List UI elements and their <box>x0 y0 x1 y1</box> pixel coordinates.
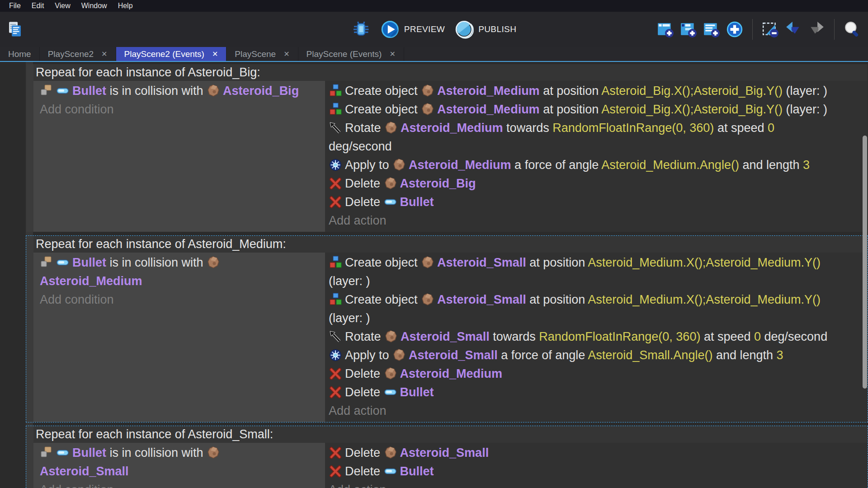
add-circle-button[interactable] <box>726 21 743 38</box>
tab-close-icon[interactable]: ✕ <box>389 51 395 58</box>
tab-playscene2[interactable]: PlayScene2✕ <box>40 47 116 61</box>
event-header[interactable]: Repeat for each instance of Asteroid_Sma… <box>33 426 868 443</box>
conditions-column: Bullet is in collision with Asteroid_Big… <box>33 81 325 232</box>
object-name: Asteroid_Medium <box>400 367 503 380</box>
condition-row[interactable]: Bullet is in collision with Asteroid_Sma… <box>40 444 322 481</box>
action-row[interactable]: Create object Asteroid_Small at position… <box>329 253 866 291</box>
expression-text: Asteroid_Medium.X();Asteroid_Medium.Y() <box>588 256 821 269</box>
rotate-icon <box>329 121 342 135</box>
menu-item-help[interactable]: Help <box>113 2 138 10</box>
delete-icon <box>329 385 342 399</box>
instruction-text: Delete <box>345 446 384 460</box>
bullet-icon <box>56 256 70 269</box>
add-condition-button[interactable]: Add condition <box>40 481 322 488</box>
event-header[interactable]: Repeat for each instance of Asteroid_Med… <box>33 236 868 253</box>
add-event-button[interactable] <box>657 21 674 38</box>
menu-bar: FileEditViewWindowHelp <box>0 0 868 12</box>
instruction-text: Create object <box>345 293 421 306</box>
action-row[interactable]: Rotate Asteroid_Small towards RandomFloa… <box>329 328 866 346</box>
tab-playscene[interactable]: PlayScene✕ <box>226 47 298 61</box>
action-row[interactable]: Delete Asteroid_Small <box>329 444 866 462</box>
action-row[interactable]: Create object Asteroid_Medium at positio… <box>329 82 866 100</box>
menu-item-file[interactable]: File <box>4 2 26 10</box>
add-action-button[interactable]: Add action <box>329 211 866 230</box>
object-name: Asteroid_Small <box>400 446 489 460</box>
action-row[interactable]: Apply to Asteroid_Medium a force of angl… <box>329 156 866 174</box>
add-circle-icon <box>726 21 743 38</box>
action-row[interactable]: Create object Asteroid_Medium at positio… <box>329 100 866 119</box>
action-row[interactable]: Delete Asteroid_Medium <box>329 365 866 383</box>
create-icon <box>329 293 342 306</box>
menu-item-window[interactable]: Window <box>76 2 113 10</box>
delete-icon <box>329 446 342 460</box>
object-name: Asteroid_Medium <box>40 274 142 288</box>
action-row[interactable]: Rotate Asteroid_Medium towards RandomFlo… <box>329 119 866 156</box>
actions-column: Delete Asteroid_SmallDelete BulletAdd ac… <box>325 443 868 488</box>
expression-text: 0 <box>754 330 761 343</box>
event-drag-handle[interactable] <box>26 426 33 488</box>
object-name: Asteroid_Medium <box>437 103 540 116</box>
instruction-text: at position <box>540 103 602 116</box>
tab-playscene2-events-[interactable]: PlayScene2 (Events)✕ <box>116 47 227 61</box>
action-row[interactable]: Delete Asteroid_Big <box>329 174 866 193</box>
event-block-3[interactable]: Repeat for each instance of Asteroid_Sma… <box>26 426 868 488</box>
event-header[interactable]: Repeat for each instance of Asteroid_Big… <box>33 64 868 81</box>
object-name: Asteroid_Small <box>409 348 498 362</box>
instruction-text: (layer: ) <box>783 84 827 98</box>
tab-label: PlayScene (Events) <box>307 49 382 59</box>
publish-button[interactable]: PUBLISH <box>455 20 516 39</box>
instruction-text: at position <box>526 256 588 269</box>
instruction-text: at speed <box>700 330 754 343</box>
tab-close-icon[interactable]: ✕ <box>101 51 107 58</box>
action-row[interactable]: Delete Bullet <box>329 193 866 211</box>
action-row[interactable]: Delete Bullet <box>329 383 866 402</box>
action-row[interactable]: Create object Asteroid_Small at position… <box>329 291 866 328</box>
object-name: Bullet <box>400 195 434 209</box>
tab-close-icon[interactable]: ✕ <box>283 51 289 58</box>
delete-event-button[interactable] <box>762 21 779 38</box>
events-list: Repeat for each instance of Asteroid_Big… <box>26 64 868 488</box>
asteroid-icon <box>207 256 220 269</box>
expression-text: Asteroid_Small.Angle() <box>588 348 712 362</box>
event-block-1[interactable]: Repeat for each instance of Asteroid_Big… <box>26 64 868 232</box>
tab-home[interactable]: Home <box>0 47 40 61</box>
action-row[interactable]: Delete Bullet <box>329 462 866 481</box>
collision-icon <box>40 446 53 460</box>
redo-icon <box>808 21 825 38</box>
instruction-text: Delete <box>345 177 384 190</box>
event-drag-handle[interactable] <box>26 64 33 232</box>
object-name: Bullet <box>72 256 106 269</box>
vertical-scrollbar-thumb[interactable] <box>863 136 867 389</box>
create-icon <box>329 256 342 269</box>
condition-row[interactable]: Bullet is in collision with Asteroid_Big <box>40 82 322 100</box>
project-manager-button[interactable] <box>6 21 24 38</box>
event-block-2[interactable]: Repeat for each instance of Asteroid_Med… <box>26 235 868 422</box>
instruction-text: Create object <box>345 84 421 98</box>
add-comment-icon <box>703 21 720 38</box>
debug-button[interactable] <box>352 20 371 39</box>
object-name: Asteroid_Big <box>223 84 299 98</box>
instruction-text: Delete <box>345 465 384 478</box>
toolbar-separator <box>834 19 835 40</box>
add-comment-button[interactable] <box>703 21 720 38</box>
tab-close-icon[interactable]: ✕ <box>212 51 218 58</box>
search-button[interactable] <box>844 21 861 38</box>
add-condition-button[interactable]: Add condition <box>40 291 322 309</box>
add-subevent-button[interactable] <box>680 21 697 38</box>
menu-item-view[interactable]: View <box>49 2 75 10</box>
add-action-button[interactable]: Add action <box>329 481 866 488</box>
expression-text: RandomFloatInRange(0, 360) <box>539 330 700 343</box>
action-row[interactable]: Apply to Asteroid_Small a force of angle… <box>329 346 866 365</box>
add-condition-button[interactable]: Add condition <box>40 100 322 119</box>
asteroid-icon <box>384 446 397 460</box>
condition-row[interactable]: Bullet is in collision with Asteroid_Med… <box>40 253 322 291</box>
expression-text: 0 <box>768 121 774 135</box>
tab-playscene-events-[interactable]: PlayScene (Events)✕ <box>298 47 404 61</box>
object-name: Bullet <box>400 465 434 478</box>
redo-button[interactable] <box>808 21 825 38</box>
add-action-button[interactable]: Add action <box>329 402 866 420</box>
undo-button[interactable] <box>785 21 802 38</box>
event-drag-handle[interactable] <box>26 236 33 422</box>
preview-button[interactable]: PREVIEW <box>381 20 445 39</box>
menu-item-edit[interactable]: Edit <box>26 2 50 10</box>
